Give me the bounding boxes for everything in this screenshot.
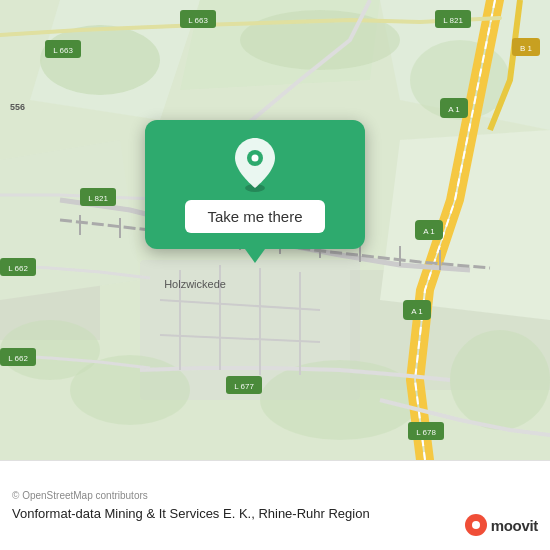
svg-text:L 821: L 821: [443, 16, 463, 25]
svg-text:A 1: A 1: [411, 307, 423, 316]
svg-point-10: [40, 25, 160, 95]
map-container: A 1 A 1 A 1 L 821 B 1 L 663 L 663 L 821 …: [0, 0, 550, 460]
svg-text:L 663: L 663: [188, 16, 208, 25]
svg-text:B 1: B 1: [520, 44, 533, 53]
svg-text:A 1: A 1: [423, 227, 435, 236]
svg-text:L 677: L 677: [234, 382, 254, 391]
moovit-logo: moovit: [465, 514, 538, 536]
svg-text:L 662: L 662: [8, 354, 28, 363]
svg-text:L 678: L 678: [416, 428, 436, 437]
pin-icon: [231, 136, 279, 192]
moovit-text: moovit: [491, 517, 538, 534]
svg-text:L 663: L 663: [53, 46, 73, 55]
svg-text:556: 556: [10, 102, 25, 112]
moovit-dot-icon: [465, 514, 487, 536]
take-me-there-button[interactable]: Take me there: [185, 200, 324, 233]
bottom-bar: © OpenStreetMap contributors Vonformat-d…: [0, 460, 550, 550]
svg-text:L 821: L 821: [88, 194, 108, 203]
attribution: © OpenStreetMap contributors: [12, 490, 538, 501]
popup-card: Take me there: [145, 120, 365, 249]
svg-text:Holzwickede: Holzwickede: [164, 278, 226, 290]
svg-point-61: [252, 155, 259, 162]
svg-text:L 662: L 662: [8, 264, 28, 273]
svg-text:A 1: A 1: [448, 105, 460, 114]
svg-point-16: [450, 330, 550, 430]
location-icon-wrapper: [229, 138, 281, 190]
place-name: Vonformat-data Mining & It Services E. K…: [12, 505, 538, 523]
